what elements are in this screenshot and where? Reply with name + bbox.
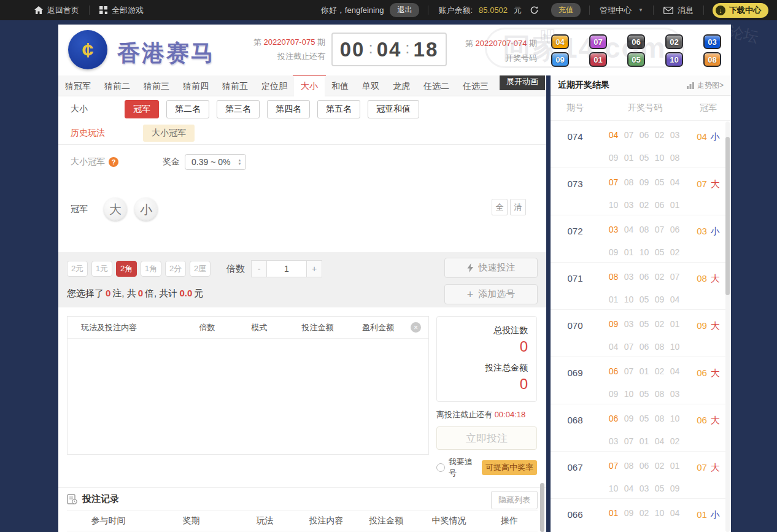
amount-chip-1元[interactable]: 1元 [91, 261, 112, 277]
position-button-冠军[interactable]: 冠军 [125, 100, 159, 118]
bet-slip-header-4: 盈利金额 [350, 322, 406, 333]
tab-任选二[interactable]: 任选二 [417, 75, 456, 96]
expand-animation-button[interactable]: 展开动画 [500, 75, 545, 90]
multiplier-input[interactable]: 1 [267, 260, 306, 277]
admin-center-menu[interactable]: 管理中心 ▼ [590, 5, 653, 16]
records-scrollbar-thumb[interactable] [540, 483, 544, 532]
colon: : [368, 39, 373, 60]
tab-猜冠军[interactable]: 猜冠军 [58, 75, 98, 96]
messages-link[interactable]: 消息 [654, 5, 703, 16]
history-plays-link[interactable]: 历史玩法 [71, 128, 105, 139]
hide-list-button[interactable]: 隐藏列表 [491, 491, 538, 509]
number: 02 [654, 272, 665, 287]
help-icon[interactable]: ? [109, 157, 118, 167]
chase-radio[interactable] [436, 463, 445, 472]
close-icon[interactable]: × [411, 322, 421, 333]
col-champion: 冠军 [690, 102, 726, 114]
result-numbers: 07080905041003020601 [600, 168, 690, 215]
tab-大小[interactable]: 大小 [294, 75, 325, 96]
balance-unit: 元 [514, 5, 522, 16]
number: 09 [654, 295, 665, 309]
col-numbers: 开奖号码 [600, 102, 690, 114]
issue-prefix: 第 [253, 37, 261, 47]
pick-option-big[interactable]: 大 [104, 198, 127, 221]
champion-size: 大 [711, 415, 720, 451]
trend-chart-link[interactable]: 走势图> [687, 80, 724, 91]
number: 04 [654, 436, 665, 451]
position-button-第三名[interactable]: 第三名 [217, 100, 260, 118]
amount-chip-2元[interactable]: 2元 [67, 261, 88, 277]
amount-chip-2分[interactable]: 2分 [165, 261, 186, 277]
result-numbers: 04070602030901051008 [600, 121, 690, 168]
number: 08 [654, 342, 665, 357]
tab-和值[interactable]: 和值 [325, 75, 355, 96]
refresh-icon[interactable] [530, 6, 539, 15]
pick-option-small[interactable]: 小 [134, 198, 158, 221]
number-line: 0110050904 [600, 295, 690, 309]
number: 10 [669, 414, 681, 428]
amount-chip-2角[interactable]: 2角 [116, 261, 137, 277]
bonus-select[interactable]: 0.39 ~ 0% ▲▼ [185, 154, 246, 170]
add-selection-button[interactable]: + 添加选号 [444, 284, 538, 304]
number: 08 [654, 389, 665, 404]
champion-number: 04 [697, 131, 707, 168]
multiplier-plus-button[interactable]: + [306, 260, 322, 277]
tab-任选三[interactable]: 任选三 [456, 75, 495, 96]
records-header-0: 参与时间 [67, 515, 150, 526]
position-button-冠亚和值[interactable]: 冠亚和值 [368, 100, 419, 118]
all-games-label: 全部游戏 [112, 5, 144, 16]
number: 06 [608, 366, 619, 381]
clear-button[interactable]: 清 [510, 199, 526, 215]
position-button-第五名[interactable]: 第五名 [317, 100, 360, 118]
amount-chip-1角[interactable]: 1角 [141, 261, 161, 277]
result-champion: 07大 [690, 168, 726, 215]
history-play-tag[interactable]: 大小冠军 [143, 125, 195, 142]
amount-chip-2厘[interactable]: 2厘 [190, 261, 211, 277]
subnav-label: 大小 [71, 104, 88, 115]
quick-bet-button[interactable]: 快速投注 [444, 258, 538, 278]
tab-猜前四[interactable]: 猜前四 [176, 75, 215, 96]
betting-panel: 猜冠军猜前二猜前三猜前四猜前五定位胆大小和值单双龙虎任选二任选三 展开动画 大小… [58, 75, 546, 532]
multiplier-minus-button[interactable]: - [251, 260, 267, 277]
tab-单双[interactable]: 单双 [355, 75, 386, 96]
home-link[interactable]: 返回首页 [25, 5, 89, 16]
position-button-第四名[interactable]: 第四名 [267, 100, 310, 118]
chevron-down-icon: ▼ [638, 7, 643, 13]
number: 02 [638, 508, 650, 523]
lightning-icon [467, 263, 474, 272]
issue-suffix: 期 [317, 37, 325, 47]
tab-定位胆[interactable]: 定位胆 [255, 75, 294, 96]
all-games-link[interactable]: 全部游戏 [90, 5, 153, 16]
tab-龙虎[interactable]: 龙虎 [386, 75, 417, 96]
tab-猜前二[interactable]: 猜前二 [98, 75, 137, 96]
sidebar-scrollbar-thumb[interactable] [725, 137, 730, 295]
records-title: 投注记录 [82, 493, 119, 505]
number: 08 [654, 414, 665, 428]
number-line: 0910050803 [600, 389, 690, 404]
number-line: 0407060203 [600, 130, 690, 145]
result-ball-10: 10 [665, 52, 683, 67]
submit-bet-button[interactable]: 立即投注 [436, 426, 537, 450]
number: 06 [638, 461, 650, 476]
select-all-button[interactable]: 全 [492, 199, 508, 215]
champion-size: 小 [711, 131, 720, 168]
last-issue-number: 20220707-074 [476, 39, 527, 48]
champion-number: 06 [697, 415, 707, 451]
tab-猜前三[interactable]: 猜前三 [137, 75, 176, 96]
logout-button[interactable]: 退出 [390, 3, 419, 17]
number: 10 [608, 484, 619, 498]
position-button-第二名[interactable]: 第二名 [166, 100, 209, 118]
recharge-button[interactable]: 充值 [551, 3, 581, 17]
balance-value: 85.0502 [479, 6, 508, 15]
number: 03 [669, 130, 681, 145]
result-ball-07: 07 [589, 34, 607, 49]
download-center-button[interactable]: ↓ 下载中心 [713, 3, 768, 18]
result-champion: 01小 [690, 499, 726, 532]
number: 01 [608, 508, 619, 523]
sidebar-title: 近期开奖结果 [558, 80, 609, 91]
tab-猜前五[interactable]: 猜前五 [215, 75, 255, 96]
result-issue: 068 [551, 404, 600, 451]
records-header-3: 投注内容 [297, 515, 355, 526]
records-header-6: 操作 [481, 515, 538, 526]
main-container: ¢ 香港赛马 第 20220707-075 期 投注截止还有 00 : 04 :… [58, 25, 731, 532]
